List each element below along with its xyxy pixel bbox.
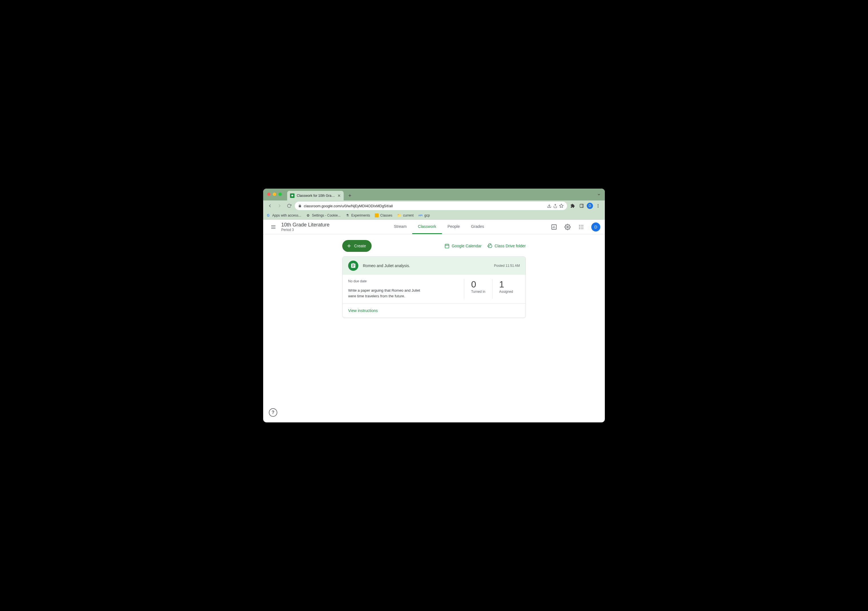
svg-point-23 (581, 228, 581, 229)
bookmark-classes[interactable]: Classes (375, 214, 392, 217)
due-date: No due date (348, 279, 464, 283)
header-right: D (548, 221, 600, 233)
tab-classwork[interactable]: Classwork (412, 220, 442, 234)
turned-in-count: 0 (471, 279, 485, 290)
assigned-count: 1 (499, 279, 513, 290)
tab-grades[interactable]: Grades (465, 220, 490, 234)
assigned-stat[interactable]: 1 Assigned (492, 279, 520, 299)
browser-menu-icon[interactable] (594, 202, 602, 210)
titlebar: Classwork for 10th Grade Litera ✕ + (263, 189, 605, 200)
bookmark-experiments[interactable]: ⚗Experiments (345, 213, 370, 218)
svg-point-20 (581, 226, 581, 227)
tab-title: Classwork for 10th Grade Litera (297, 194, 335, 198)
assignment-footer: View instructions (343, 303, 525, 318)
svg-point-5 (598, 204, 598, 205)
header-tabs: Stream Classwork People Grades (388, 220, 490, 234)
share-icon[interactable] (553, 203, 557, 208)
extensions-icon[interactable] (569, 202, 577, 210)
settings-icon[interactable] (562, 221, 573, 233)
browser-toolbar: classroom.google.com/u/0/w/NjEyMDI4ODIxM… (263, 200, 605, 211)
plus-icon (346, 243, 352, 249)
class-section: Period 3 (281, 228, 330, 232)
assignment-header[interactable]: Romeo and Juliet analysis. Posted 11:51 … (343, 257, 525, 275)
svg-marker-2 (560, 204, 563, 208)
svg-point-7 (598, 207, 598, 208)
google-g-icon: G (266, 213, 271, 218)
assignment-description: Write a paper arguing that Romeo and Jul… (348, 288, 422, 299)
new-tab-button[interactable]: + (346, 192, 354, 200)
class-drive-link[interactable]: Class Drive folder (487, 243, 526, 248)
lock-icon (298, 204, 302, 208)
reload-button[interactable] (285, 202, 293, 210)
browser-profile-avatar[interactable]: D (587, 203, 593, 209)
svg-point-18 (582, 225, 583, 226)
forward-button[interactable] (276, 202, 284, 210)
assignment-body: No due date Write a paper arguing that R… (343, 275, 525, 303)
class-name: 10th Grade Literature (281, 222, 330, 228)
top-links: Google Calendar Class Drive folder (445, 243, 526, 248)
assignment-icon (348, 261, 358, 271)
sidepanel-icon[interactable] (578, 202, 586, 210)
toolbar-right: D (569, 202, 602, 210)
app-header: 10th Grade Literature Period 3 Stream Cl… (263, 220, 605, 234)
download-icon[interactable] (547, 203, 552, 208)
help-button[interactable]: ? (269, 408, 277, 417)
minimize-window-button[interactable] (273, 192, 276, 196)
create-button[interactable]: Create (342, 240, 372, 252)
account-avatar[interactable]: D (591, 222, 600, 231)
content-area: Create Google Calendar Class Drive folde… (263, 234, 605, 422)
svg-point-15 (567, 226, 569, 228)
top-actions: Create Google Calendar Class Drive folde… (342, 240, 526, 252)
calendar-icon (445, 243, 450, 248)
tab-stream[interactable]: Stream (388, 220, 412, 234)
google-apps-icon[interactable] (575, 221, 587, 233)
flask-icon: ⚗ (345, 213, 350, 218)
assigned-label: Assigned (499, 290, 513, 294)
assignment-details: No due date Write a paper arguing that R… (348, 279, 464, 299)
url-text: classroom.google.com/u/0/w/NjEyMDI4ODIxM… (304, 204, 393, 208)
svg-point-22 (579, 228, 580, 229)
maximize-window-button[interactable] (278, 192, 282, 196)
svg-point-17 (581, 225, 581, 226)
main-menu-button[interactable] (268, 221, 279, 233)
bookmarks-bar: GApps with access... ✿Settings - Cookie.… (263, 211, 605, 220)
tab-people[interactable]: People (442, 220, 466, 234)
folder-icon: 📁 (397, 213, 401, 218)
drive-icon (487, 243, 493, 248)
bookmark-settings[interactable]: ✿Settings - Cookie... (306, 213, 341, 218)
assignment-title: Romeo and Juliet analysis. (363, 264, 490, 268)
google-calendar-link[interactable]: Google Calendar (445, 243, 482, 248)
svg-rect-3 (580, 204, 583, 208)
close-window-button[interactable] (267, 192, 271, 196)
svg-point-19 (579, 226, 580, 227)
gear-icon: ✿ (306, 213, 310, 218)
classroom-favicon-icon (290, 194, 294, 198)
classroom-icon (375, 214, 379, 217)
tab-search-icon[interactable] (597, 192, 601, 197)
posted-time: Posted 11:51 AM (494, 264, 520, 268)
svg-point-16 (579, 225, 580, 226)
address-bar[interactable]: classroom.google.com/u/0/w/NjEyMDI4ODIxM… (295, 202, 567, 210)
svg-rect-27 (445, 244, 449, 248)
svg-point-21 (582, 226, 583, 227)
assignment-stats: 0 Turned in 1 Assigned (464, 279, 520, 299)
bookmark-gcp[interactable]: APIgcp (418, 213, 430, 218)
svg-point-6 (598, 206, 598, 206)
browser-tab[interactable]: Classwork for 10th Grade Litera ✕ (287, 191, 344, 200)
browser-window: Classwork for 10th Grade Litera ✕ + clas… (263, 189, 605, 422)
assignment-card: Romeo and Juliet analysis. Posted 11:51 … (342, 256, 526, 318)
class-title-block[interactable]: 10th Grade Literature Period 3 (281, 222, 330, 232)
bookmark-star-icon[interactable] (559, 203, 564, 208)
close-tab-icon[interactable]: ✕ (338, 194, 341, 198)
view-instructions-link[interactable]: View instructions (348, 308, 378, 313)
back-button[interactable] (266, 202, 274, 210)
bookmark-current[interactable]: 📁current (397, 213, 414, 218)
omnibox-actions (547, 203, 564, 208)
analytics-icon[interactable] (548, 221, 560, 233)
api-icon: API (418, 213, 423, 218)
turned-in-stat[interactable]: 0 Turned in (464, 279, 492, 299)
window-controls (267, 192, 282, 196)
content-inner: Create Google Calendar Class Drive folde… (342, 240, 526, 318)
bookmark-apps[interactable]: GApps with access... (266, 213, 301, 218)
turned-in-label: Turned in (471, 290, 485, 294)
